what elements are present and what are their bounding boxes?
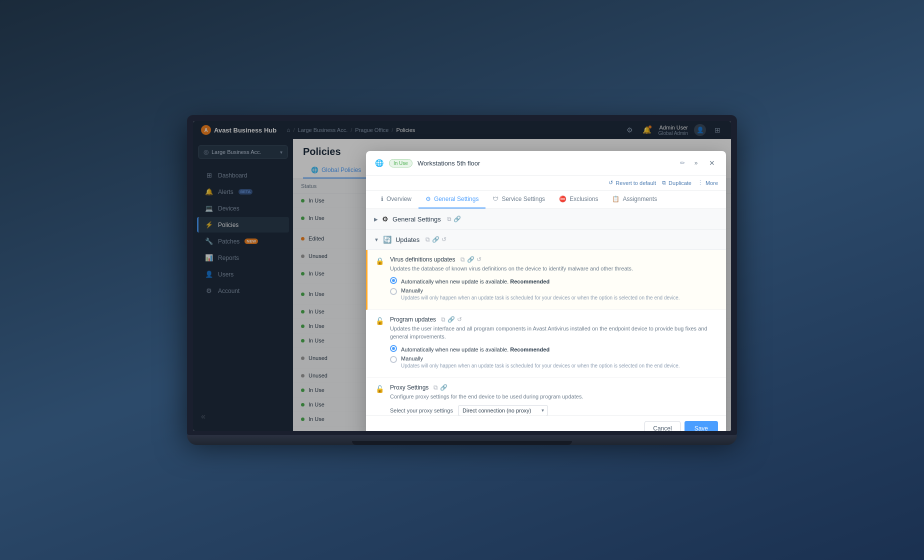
- virus-defs-name: Virus definitions updates: [390, 256, 456, 263]
- modal-tabs: ℹ Overview ⚙ General Settings 🛡 Service …: [366, 190, 726, 209]
- proxy-select-wrapper: Direct connection (no proxy) Use system …: [458, 405, 548, 416]
- tab-service-label: Service Settings: [502, 196, 545, 202]
- updates-icon: 🔄: [383, 236, 392, 244]
- more-button[interactable]: ⋮ More: [698, 180, 718, 186]
- radio-selected-icon: [390, 277, 397, 284]
- reset-icon-3[interactable]: ↺: [457, 316, 462, 323]
- proxy-settings-desc: Configure proxy settings for the end dev…: [390, 393, 718, 400]
- reset-icon[interactable]: ↺: [442, 236, 446, 243]
- program-updates-desc: Updates the user interface and all progr…: [390, 325, 718, 340]
- virus-defs-manual-option[interactable]: Manually Updates will only happen when a…: [390, 288, 718, 302]
- modal-globe-icon: 🌐: [374, 158, 384, 168]
- duplicate-label: Duplicate: [668, 180, 692, 186]
- overview-icon: ℹ: [381, 196, 384, 202]
- modal-status-badge: In Use: [389, 159, 412, 168]
- policy-detail-modal: 🌐 In Use Workstations 5th floor ✏ » ✕ ↺: [366, 151, 726, 431]
- modal-body: ▶ ⚙ General Settings ⧉ 🔗 ▼: [366, 209, 726, 416]
- tab-exclusions[interactable]: ⛔ Exclusions: [552, 190, 605, 208]
- tab-general-label: General Settings: [434, 196, 478, 202]
- virus-defs-auto-label: Automatically when new update is availab…: [401, 276, 550, 286]
- tab-overview-label: Overview: [386, 196, 412, 202]
- section-actions: ⧉ 🔗: [447, 216, 461, 222]
- program-updates-auto-label: Automatically when new update is availab…: [401, 344, 550, 354]
- virus-defs-title-row: Virus definitions updates ⧉ 🔗 ↺: [390, 256, 718, 263]
- copy-icon-3[interactable]: ⧉: [460, 256, 465, 263]
- assignments-icon: 📋: [612, 196, 620, 202]
- more-dots-icon: ⋮: [698, 180, 703, 186]
- edit-icon[interactable]: ✏: [680, 160, 685, 166]
- tab-assignments[interactable]: 📋 Assignments: [605, 190, 664, 208]
- link-icon-3[interactable]: 🔗: [467, 256, 474, 263]
- tab-exclusions-label: Exclusions: [570, 196, 598, 202]
- cancel-button[interactable]: Cancel: [644, 421, 680, 431]
- program-updates-content: Program updates ⧉ 🔗 ↺ Updates the user i…: [390, 316, 718, 372]
- duplicate-button[interactable]: ⧉ Duplicate: [662, 180, 692, 186]
- settings-section-icon: ⚙: [382, 215, 388, 223]
- radio-prog-unselected-icon: [390, 356, 397, 363]
- virus-defs-manual-label: Manually Updates will only happen when a…: [401, 288, 680, 302]
- proxy-settings-subsection: 🔓 Proxy Settings ⧉ 🔗: [366, 378, 726, 416]
- proxy-settings-content: Proxy Settings ⧉ 🔗 Configure proxy setti…: [390, 384, 718, 416]
- virus-definitions-subsection: 🔒 Virus definitions updates ⧉ 🔗 ↺: [366, 250, 726, 310]
- program-updates-title-row: Program updates ⧉ 🔗 ↺: [390, 316, 718, 323]
- proxy-settings-name: Proxy Settings: [390, 384, 428, 391]
- updates-section-header[interactable]: ▼ 🔄 Updates ⧉ 🔗 ↺: [366, 230, 726, 250]
- copy-icon-4[interactable]: ⧉: [441, 316, 446, 323]
- virus-defs-auto-option[interactable]: Automatically when new update is availab…: [390, 276, 718, 286]
- program-updates-actions: ⧉ 🔗 ↺: [441, 316, 462, 323]
- proxy-select-label: Select your proxy settings: [390, 408, 453, 414]
- modal-header: 🌐 In Use Workstations 5th floor ✏ » ✕: [366, 151, 726, 176]
- virus-defs-content: Virus definitions updates ⧉ 🔗 ↺ Updates …: [390, 256, 718, 304]
- link-icon-5[interactable]: 🔗: [440, 384, 448, 391]
- copy-icon[interactable]: ⧉: [447, 216, 452, 222]
- link-icon-2[interactable]: 🔗: [432, 236, 440, 243]
- expand-button[interactable]: »: [690, 157, 702, 169]
- copy-icon-5[interactable]: ⧉: [434, 384, 438, 391]
- radio-prog-selected-icon: [390, 345, 397, 352]
- chevron-right-icon: ▶: [374, 216, 378, 222]
- tab-general-settings[interactable]: ⚙ General Settings: [418, 190, 486, 208]
- revert-label: Revert to default: [616, 180, 656, 186]
- proxy-settings-title-row: Proxy Settings ⧉ 🔗: [390, 384, 718, 391]
- link-icon-4[interactable]: 🔗: [448, 316, 455, 323]
- save-button[interactable]: Save: [684, 421, 718, 431]
- program-updates-manual-option[interactable]: Manually Updates will only happen when a…: [390, 356, 718, 370]
- chevron-down-expand-icon: ▼: [374, 237, 379, 242]
- updates-title: Updates: [396, 236, 420, 244]
- proxy-actions: ⧉ 🔗: [434, 384, 448, 391]
- close-button[interactable]: ✕: [706, 157, 718, 169]
- duplicate-icon: ⧉: [662, 180, 666, 186]
- proxy-select-row: Select your proxy settings Direct connec…: [390, 405, 718, 416]
- tab-service-settings[interactable]: 🛡 Service Settings: [486, 190, 552, 208]
- virus-defs-actions: ⧉ 🔗 ↺: [460, 256, 482, 263]
- link-icon[interactable]: 🔗: [454, 216, 461, 222]
- modal-header-actions: » ✕: [690, 157, 718, 169]
- modal-overlay: 🌐 In Use Workstations 5th floor ✏ » ✕ ↺: [193, 121, 731, 431]
- lock-outline-icon: 🔓: [376, 317, 384, 372]
- program-updates-auto-option[interactable]: Automatically when new update is availab…: [390, 344, 718, 354]
- revert-icon: ↺: [608, 180, 613, 186]
- program-updates-name: Program updates: [390, 316, 436, 323]
- program-updates-subsection: 🔓 Program updates ⧉ 🔗 ↺: [366, 310, 726, 378]
- radio-unselected-icon: [390, 288, 397, 295]
- program-updates-manual-label: Manually Updates will only happen when a…: [401, 356, 680, 370]
- revert-to-default-button[interactable]: ↺ Revert to default: [608, 180, 656, 186]
- updates-actions: ⧉ 🔗 ↺: [426, 236, 446, 243]
- proxy-select[interactable]: Direct connection (no proxy) Use system …: [458, 405, 548, 416]
- modal-title: Workstations 5th floor: [418, 160, 675, 167]
- general-settings-section[interactable]: ▶ ⚙ General Settings ⧉ 🔗: [366, 209, 726, 230]
- more-label: More: [706, 180, 718, 186]
- service-settings-icon: 🛡: [492, 196, 498, 202]
- modal-toolbar: ↺ Revert to default ⧉ Duplicate ⋮ More: [366, 176, 726, 190]
- tab-overview[interactable]: ℹ Overview: [374, 190, 418, 208]
- virus-defs-desc: Updates the database of known virus defi…: [390, 265, 718, 272]
- tab-assignments-label: Assignments: [622, 196, 657, 202]
- lock-icon: 🔒: [376, 257, 384, 304]
- exclusions-icon: ⛔: [559, 196, 566, 202]
- copy-icon-2[interactable]: ⧉: [426, 236, 430, 243]
- reset-icon-2[interactable]: ↺: [476, 256, 482, 263]
- modal-footer: Cancel Save: [366, 416, 726, 431]
- proxy-lock-icon: 🔓: [376, 385, 384, 416]
- updates-section: ▼ 🔄 Updates ⧉ 🔗 ↺: [366, 230, 726, 416]
- general-settings-icon: ⚙: [426, 196, 431, 202]
